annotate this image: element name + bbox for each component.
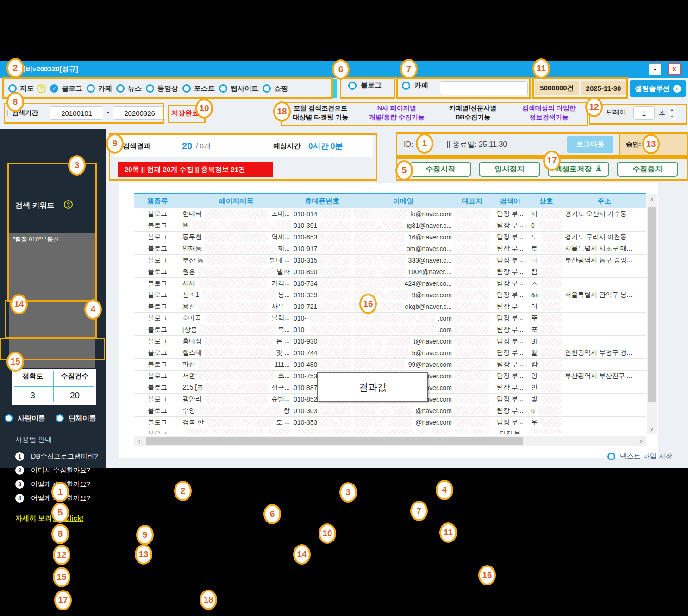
table-row[interactable]: 블로그신축1봉...010-3399@naver.com팀장 부...&n서울특…: [134, 289, 646, 301]
redacted-area: [541, 383, 562, 392]
save-text-radio[interactable]: [607, 453, 615, 460]
scroll-up-icon[interactable]: ∧: [647, 194, 657, 204]
person-name-radio[interactable]: 사람이름: [5, 414, 45, 423]
cell-phone: 010-: [292, 324, 353, 335]
cell-ceo: [454, 243, 491, 254]
table-row[interactable]: 블로그시세가격...010-734424@naver.co...팀장 부...ㅈ: [134, 278, 646, 289]
column-header-3[interactable]: 휴대폰번호: [292, 197, 353, 206]
redacted-area: [455, 406, 489, 415]
cafe-search-input[interactable]: [440, 81, 528, 95]
column-header-7[interactable]: 상호: [529, 197, 563, 206]
save-text-option[interactable]: 텍스트 파일 저장: [607, 452, 672, 461]
table-row[interactable]: 블로그원010-391ig81@naver.c...팀장 부...0: [134, 220, 646, 232]
web-type-text: 블로그: [146, 210, 169, 218]
nav-tab-2[interactable]: ✓블로그: [50, 84, 82, 93]
radio-icon[interactable]: [5, 414, 13, 422]
column-header-1[interactable]: 웹종류: [134, 197, 181, 206]
stepper-up-icon[interactable]: ▲: [668, 106, 676, 113]
cafe-toggle[interactable]: 카페: [402, 81, 428, 90]
redacted-area: [455, 221, 489, 230]
nav-tab-3[interactable]: 카페: [87, 84, 112, 93]
minimize-button[interactable]: -: [649, 63, 661, 75]
table-row[interactable]: 블로그용산사무...010-721ekgb@naver.c...팀장 부...러: [134, 301, 646, 313]
start-collect-button[interactable]: 수집시작: [410, 162, 471, 177]
scroll-right-icon[interactable]: >: [637, 439, 646, 444]
table-row[interactable]: 블로그♤마곡블럭...010-.com팀장 부...뚜: [134, 313, 646, 324]
nav-tab-8[interactable]: 쇼핑: [263, 84, 288, 93]
table-row[interactable]: 블로그[상봉복...010-.com팀장 부...포: [134, 324, 646, 336]
table-row[interactable]: 블로그현대터즈대...010-814le@naver.com팀장 부...시경기…: [134, 208, 646, 220]
table-row[interactable]: 블로그원흥빌라010-8901004@naver....팀장 부...킴: [134, 266, 646, 278]
guide-item-2[interactable]: 2어디서 수집할까요?: [15, 466, 98, 475]
table-row[interactable]: 블로그경북 한도 ...010-353@naver.com팀장 부...우: [134, 417, 646, 428]
collect-count-value: 20: [54, 390, 96, 401]
cell-address: 부산광역시 동구 중앙...: [563, 255, 646, 266]
pause-button[interactable]: 일시정지: [479, 162, 540, 177]
table-row[interactable]: 블로그팀장 부: [134, 428, 646, 434]
blog-toggle[interactable]: 블로그: [348, 81, 382, 90]
web-type-text: 블로그: [146, 314, 169, 322]
table-row[interactable]: 블로그양재동제...010-917om@naver.co...팀장 부...토서…: [134, 243, 646, 255]
nav-tab-7[interactable]: 웹사이트: [219, 84, 258, 93]
annotation-badge-4: 4: [84, 299, 102, 320]
cell-address: [563, 417, 646, 428]
shop-text: 빛: [529, 395, 539, 403]
cell-email: 1004@naver....: [353, 266, 454, 277]
radio-icon[interactable]: [116, 84, 125, 93]
table-row[interactable]: 블로그마산111...010-48099@naver.com팀장 부...캄: [134, 359, 646, 371]
shop-text: ㅈ: [529, 279, 539, 288]
radio-icon[interactable]: [56, 414, 64, 422]
delay-stepper[interactable]: ▲ ▼: [668, 106, 676, 120]
nav-tab-6[interactable]: 포스트: [182, 84, 215, 93]
redacted-area: [354, 418, 412, 427]
cell-shop: ㅈ: [529, 278, 563, 289]
column-header-5[interactable]: 대표자: [454, 197, 491, 206]
scroll-down-icon[interactable]: ∨: [647, 424, 657, 434]
stop-collect-button[interactable]: 수집중지: [617, 162, 678, 177]
cell-keyword: 팀장 부...: [491, 359, 529, 370]
redacted-area: [354, 279, 401, 288]
period-from-input[interactable]: [50, 106, 103, 120]
radio-icon[interactable]: [146, 84, 154, 93]
cafe-radio[interactable]: [402, 82, 410, 90]
stepper-down-icon[interactable]: ▼: [668, 113, 676, 120]
keyword-text: 팀장 부...: [495, 326, 525, 334]
radio-icon[interactable]: [87, 84, 95, 93]
table-row[interactable]: 블로그수영항010-303@naver.com팀장 부...0: [134, 405, 646, 417]
table-row[interactable]: 블로그홍대상은 ...010-930t@naver.com팀장 부...Bl: [134, 336, 646, 347]
logout-button[interactable]: 로그아웃: [567, 136, 613, 153]
radio-icon[interactable]: [182, 84, 191, 93]
vertical-scrollbar[interactable]: ∧ ∨: [647, 194, 657, 434]
selling-solution-button[interactable]: 셀링솔루션 ›: [630, 80, 686, 97]
guide-item-1[interactable]: 1DB수집프로그램이란?: [15, 452, 98, 461]
keyword-help-icon[interactable]: ?: [64, 200, 73, 209]
delay-input[interactable]: [633, 106, 655, 120]
radio-icon[interactable]: [219, 84, 227, 93]
help-icon[interactable]: ?: [37, 84, 46, 93]
column-header-2[interactable]: 페이지제목: [181, 197, 292, 206]
period-to-input[interactable]: [113, 106, 166, 120]
scroll-left-icon[interactable]: <: [134, 439, 144, 444]
column-header-6[interactable]: 검색어: [491, 197, 529, 206]
cell-page-title: [181, 428, 292, 434]
column-header-4[interactable]: 이메일: [353, 197, 454, 206]
email-text: 1004@naver....: [406, 268, 454, 276]
radio-selected-icon[interactable]: ✓: [50, 84, 58, 93]
table-row[interactable]: 블로그힐스테및 ...010-7445@naver.com팀장 부...활인천광…: [134, 347, 646, 359]
table-row[interactable]: 블로그동두천역세...010-65316@naver.com팀장 부...노경기…: [134, 232, 646, 243]
horizontal-scroll-thumb[interactable]: [146, 437, 523, 445]
table-row[interactable]: 블로그부산 동빌대 ...010-315333@naver.c...팀장 부..…: [134, 255, 646, 266]
radio-icon[interactable]: [263, 84, 271, 93]
column-header-8[interactable]: 주소: [563, 197, 646, 206]
vertical-scroll-thumb[interactable]: [648, 207, 656, 402]
group-name-radio[interactable]: 단체이름: [56, 414, 96, 423]
redacted-area: [199, 302, 268, 311]
phone-text: 010-721: [292, 303, 319, 310]
nav-tab-4[interactable]: 뉴스: [116, 84, 142, 93]
blog-radio[interactable]: [348, 82, 357, 90]
phone-text: 010-339: [292, 291, 319, 299]
nav-tab-5[interactable]: 동영상: [146, 84, 178, 93]
horizontal-scrollbar[interactable]: < >: [134, 436, 646, 446]
close-button[interactable]: X: [668, 63, 681, 75]
cell-web-type: 블로그: [134, 428, 181, 434]
